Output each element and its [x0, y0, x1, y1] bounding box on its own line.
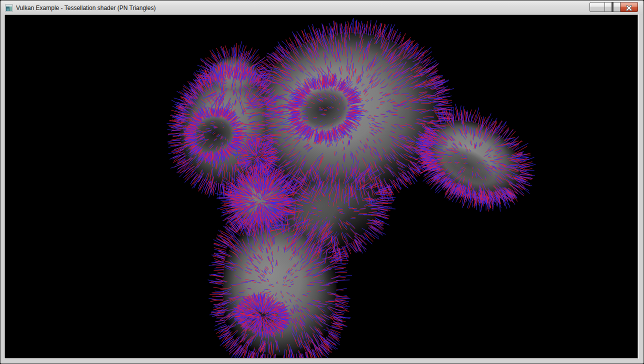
- title-bar[interactable]: Vulkan Example - Tessellation shader (PN…: [1, 1, 643, 15]
- minimize-button[interactable]: [590, 2, 605, 12]
- app-icon: [5, 4, 13, 12]
- maximize-button[interactable]: [605, 2, 620, 12]
- maximize-icon: [612, 2, 614, 12]
- close-button[interactable]: [620, 2, 638, 12]
- window-title: Vulkan Example - Tessellation shader (PN…: [16, 1, 156, 15]
- caption-buttons: [590, 2, 638, 12]
- client-area: [5, 15, 638, 358]
- close-icon: [626, 5, 632, 11]
- render-viewport[interactable]: [5, 15, 638, 358]
- app-window: Vulkan Example - Tessellation shader (PN…: [0, 0, 644, 364]
